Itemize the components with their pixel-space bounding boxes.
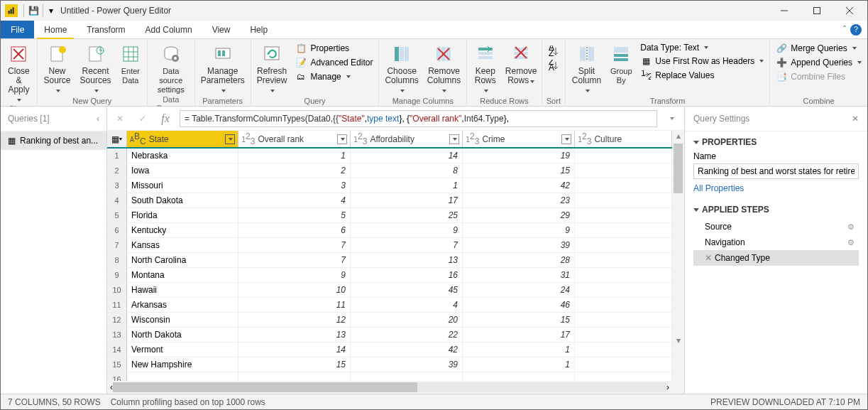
app-icon [5,4,18,17]
table-row[interactable]: 10Hawaii104524 [107,283,672,298]
commit-formula-icon[interactable]: ✓ [134,110,151,127]
query-name-input[interactable] [693,163,859,179]
svg-point-21 [174,57,177,60]
minimize-button[interactable] [768,1,801,21]
remove-rows-button[interactable]: Remove Rows [502,41,539,96]
tab-view[interactable]: View [202,21,241,38]
fx-icon[interactable]: fx [157,110,174,127]
table-row[interactable]: 3Missouri3142 [107,178,672,193]
data-type-button[interactable]: Data Type: Text [639,42,765,53]
svg-text:2: 2 [648,72,651,80]
table-row[interactable]: 1Nebraska11419 [107,149,672,163]
table-row[interactable]: 15New Hampshire15391 [107,357,672,372]
column-header-culture[interactable]: 123Culture [575,131,672,147]
vertical-scrollbar[interactable]: ▴ ▾ [672,131,684,394]
step-changed-type[interactable]: ✕Changed Type [693,250,859,266]
svg-rect-14 [123,47,138,61]
tab-addcolumn[interactable]: Add Column [136,21,202,38]
first-row-headers-button[interactable]: ▦Use First Row as Headers [639,55,765,68]
svg-rect-4 [814,8,820,14]
grid-body[interactable]: 1Nebraska114192Iowa28153Missouri31424Sou… [107,149,672,381]
table-row[interactable]: 5Florida52529 [107,208,672,223]
close-apply-button[interactable]: Close & Apply [2,41,35,104]
advanced-editor-button[interactable]: 📝Advanced Editor [294,56,374,69]
save-icon[interactable]: 💾 [27,6,40,16]
close-settings-icon[interactable]: ✕ [852,114,859,124]
table-row[interactable]: 4South Dakota41723 [107,193,672,208]
svg-rect-50 [614,54,628,57]
gear-icon[interactable]: ⚙ [847,238,855,247]
collapse-ribbon-icon[interactable]: ˆ [843,25,846,35]
enter-data-button[interactable]: Enter Data [116,41,145,96]
table-row[interactable]: 8North Carolina71328 [107,253,672,268]
table-row[interactable]: 6Kentucky699 [107,223,672,238]
status-profiling[interactable]: Column profiling based on top 1000 rows [111,397,265,407]
query-item[interactable]: ▦Ranking of best an... [1,131,106,150]
refresh-preview-button[interactable]: Refresh Preview [253,41,292,96]
column-header-crime[interactable]: 123Crime [463,131,575,147]
table-row[interactable]: 2Iowa2815 [107,163,672,178]
step-source[interactable]: Source⚙ [693,219,859,234]
merge-queries-button[interactable]: 🔗Merge Queries [774,42,863,55]
group-label-managecols: Manage Columns [380,96,465,106]
step-navigation[interactable]: Navigation⚙ [693,234,859,250]
properties-header[interactable]: PROPERTIES [693,137,859,147]
append-queries-button[interactable]: ➕Append Queries [774,56,863,69]
svg-rect-36 [478,56,493,59]
table-row[interactable]: 16 [107,372,672,381]
filter-icon[interactable] [561,134,571,144]
sort-desc-button[interactable]: ZA [546,59,561,72]
tab-file[interactable]: File [1,21,34,38]
select-all-corner[interactable]: ▦▾ [107,131,127,147]
tab-home[interactable]: Home [34,21,77,38]
svg-rect-46 [580,47,586,61]
tab-help[interactable]: Help [240,21,278,38]
name-label: Name [693,151,859,161]
table-row[interactable]: 7Kansas7739 [107,238,672,253]
choose-columns-button[interactable]: Choose Columns [380,41,422,96]
all-properties-link[interactable]: All Properties [693,183,744,193]
column-header-state[interactable]: ABCState [127,131,238,147]
table-row[interactable]: 13North Dakota132217 [107,328,672,342]
recent-sources-button[interactable]: Recent Sources [75,41,116,96]
horizontal-scrollbar[interactable]: ‹ › [107,381,672,394]
expand-formula-icon[interactable] [663,110,680,127]
filter-icon[interactable] [225,134,235,144]
tab-transform[interactable]: Transform [77,21,135,38]
filter-icon[interactable] [449,134,459,144]
remove-columns-button[interactable]: Remove Columns [423,41,465,96]
collapse-queries-icon[interactable]: ‹ [97,114,99,124]
group-by-button[interactable]: Group By [606,41,636,96]
sort-asc-button[interactable]: AZ [546,45,561,58]
query-settings-pane: Query Settings✕ PROPERTIES Name All Prop… [684,107,867,394]
formula-bar: ✕ ✓ fx = Table.TransformColumnTypes(Data… [107,107,684,131]
close-button[interactable] [833,1,866,21]
column-header-rank[interactable]: 123Overall rank [238,131,351,147]
replace-values-button[interactable]: 12Replace Values [639,69,765,82]
new-source-button[interactable]: New Source [39,41,75,96]
manage-parameters-button[interactable]: Manage Parameters [197,41,249,96]
cancel-formula-icon[interactable]: ✕ [111,110,128,127]
data-source-settings-button[interactable]: Data source settings [149,41,193,95]
table-row[interactable]: 12Wisconsin122015 [107,313,672,328]
scroll-right-icon[interactable]: › [666,382,669,392]
status-columns-rows: 7 COLUMNS, 50 ROWS [8,397,101,407]
table-icon: ▦ [8,136,16,146]
maximize-button[interactable] [801,1,833,21]
table-row[interactable]: 14Vermont14421 [107,342,672,357]
help-icon[interactable]: ? [850,24,862,36]
filter-icon[interactable] [337,134,347,144]
column-header-aff[interactable]: 123Affordability [351,131,463,147]
table-row[interactable]: 11Arkansas11446 [107,298,672,313]
formula-input[interactable]: = Table.TransformColumnTypes(Data0,{{ "S… [180,110,657,127]
table-row[interactable]: 9Montana91631 [107,268,672,283]
applied-steps-header[interactable]: APPLIED STEPS [693,205,859,215]
manage-button[interactable]: 🗂Manage [294,70,374,83]
grid-header: ▦▾ ABCState 123Overall rank 123Affordabi… [107,131,672,149]
keep-rows-button[interactable]: Keep Rows [468,41,502,96]
properties-button[interactable]: 📋Properties [294,42,374,55]
queries-pane: Queries [1]‹ ▦Ranking of best an... [1,107,107,394]
qat-chevron-icon[interactable]: ▾ [46,6,56,16]
gear-icon[interactable]: ⚙ [847,222,855,232]
split-column-button[interactable]: Split Column [567,41,606,96]
